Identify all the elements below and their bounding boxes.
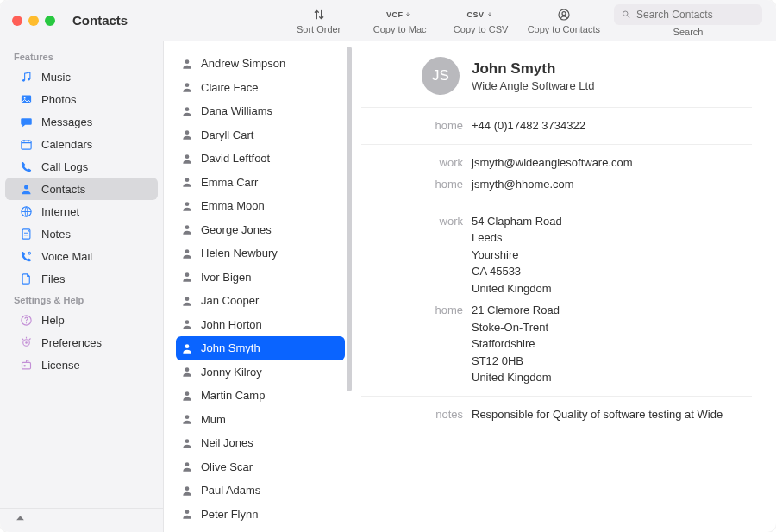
- contact-row-name: Andrew Simpson: [201, 57, 285, 70]
- files-icon: [19, 272, 33, 285]
- field-value-line: United Kingdom: [472, 369, 752, 386]
- contact-row[interactable]: Jonny Kilroy: [176, 360, 345, 385]
- field-row: workjsmyth@wideanglesoftware.com: [361, 152, 752, 174]
- contact-row[interactable]: George Jones: [176, 218, 345, 242]
- field-group: workjsmyth@wideanglesoftware.comhomejsmy…: [361, 144, 752, 203]
- sidebar-item-license[interactable]: License: [5, 354, 158, 376]
- field-value-line: jsmyth@hhome.com: [472, 176, 752, 193]
- sidebar-item-messages[interactable]: Messages: [5, 110, 158, 133]
- copy-to-mac-button[interactable]: VCF Copy to Mac: [366, 0, 435, 41]
- field-label: work: [361, 154, 472, 172]
- search-input[interactable]: [631, 9, 755, 21]
- sidebar-item-label: Help: [41, 314, 65, 327]
- contact-row[interactable]: John Smyth: [176, 336, 345, 360]
- sidebar-item-label: Preferences: [41, 336, 102, 349]
- sidebar-item-music[interactable]: Music: [5, 66, 158, 88]
- sidebar-item-prefs[interactable]: Preferences: [5, 331, 158, 354]
- contact-row[interactable]: Emma Carr: [176, 171, 345, 195]
- field-value-line: ST12 0HB: [472, 353, 752, 370]
- field-value-line: Stoke-On-Trent: [472, 319, 752, 336]
- contact-row[interactable]: Olive Scar: [176, 455, 345, 479]
- sidebar-item-label: Messages: [41, 116, 92, 128]
- sidebar-item-label: Files: [41, 272, 65, 285]
- sidebar-item-calendars[interactable]: Calendars: [5, 133, 158, 155]
- person-icon: [181, 413, 193, 425]
- sidebar-item-notes[interactable]: Notes: [5, 222, 158, 245]
- sidebar-item-label: License: [41, 359, 80, 372]
- minimize-window-button[interactable]: [28, 16, 39, 26]
- sidebar-item-label: Notes: [41, 228, 71, 241]
- close-window-button[interactable]: [12, 16, 22, 26]
- sidebar-item-voicemail[interactable]: Voice Mail: [5, 245, 158, 267]
- field-label: work: [361, 213, 472, 297]
- maximize-window-button[interactable]: [45, 16, 55, 26]
- contact-name: John Smyth: [472, 60, 594, 78]
- contact-row[interactable]: Emma Moon: [176, 194, 345, 218]
- sidebar-item-label: Internet: [41, 205, 79, 218]
- copy-to-csv-label: Copy to CSV: [454, 24, 509, 34]
- contact-row[interactable]: Claire Face: [176, 76, 345, 100]
- person-icon: [181, 508, 193, 520]
- contact-row[interactable]: Martin Camp: [176, 384, 345, 408]
- field-label: notes: [361, 406, 472, 423]
- contact-row[interactable]: Daryll Cart: [176, 123, 345, 147]
- contact-organization: Wide Angle Software Ltd: [472, 79, 594, 92]
- person-icon: [181, 366, 193, 378]
- copy-to-csv-button[interactable]: CSV Copy to CSV: [447, 0, 516, 41]
- search-icon: [621, 9, 631, 20]
- contact-row[interactable]: Helen Newbury: [176, 241, 345, 266]
- field-value-line: CA 45533: [472, 263, 752, 280]
- person-icon: [181, 128, 193, 141]
- eject-icon[interactable]: [14, 513, 27, 529]
- contact-row[interactable]: Dana Williams: [176, 99, 345, 123]
- contact-row[interactable]: Paul Adams: [176, 479, 345, 503]
- svg-point-2: [623, 11, 627, 16]
- contact-row-name: Claire Face: [201, 81, 258, 94]
- sidebar: FeaturesMusicPhotosMessagesCalendarsCall…: [0, 41, 164, 532]
- person-icon: [181, 223, 193, 235]
- sidebar-item-files[interactable]: Files: [5, 267, 158, 290]
- person-icon: [181, 247, 193, 260]
- contact-row[interactable]: Andrew Simpson: [176, 52, 345, 76]
- internet-icon: [19, 204, 33, 218]
- contact-row[interactable]: David Leftfoot: [176, 147, 345, 171]
- contact-row-name: Neil Jones: [201, 436, 253, 449]
- window-controls: [0, 0, 69, 41]
- titlebar: Contacts Sort Order VCF Copy to Mac CSV …: [0, 0, 776, 41]
- contact-row-name: David Leftfoot: [201, 152, 270, 165]
- contact-row[interactable]: Neil Jones: [176, 431, 345, 455]
- sort-order-button[interactable]: Sort Order: [285, 0, 354, 41]
- search-area: Search: [612, 0, 764, 41]
- scrollbar[interactable]: [347, 47, 352, 391]
- contact-list[interactable]: Andrew SimpsonClaire FaceDana WilliamsDa…: [164, 41, 354, 532]
- person-icon: [181, 318, 193, 330]
- contacts-dest-icon: [557, 7, 571, 22]
- contact-row[interactable]: John Horton: [176, 313, 345, 337]
- contact-row-name: John Horton: [201, 318, 262, 331]
- sidebar-item-photos[interactable]: Photos: [5, 88, 158, 110]
- sidebar-item-label: Photos: [41, 93, 76, 106]
- sidebar-item-contacts[interactable]: Contacts: [5, 178, 158, 200]
- person-icon: [181, 485, 193, 497]
- person-icon: [181, 58, 193, 70]
- vcf-icon: VCF: [386, 7, 414, 22]
- search-box[interactable]: [614, 4, 762, 25]
- field-value-line: United Kingdom: [472, 280, 752, 297]
- messages-icon: [19, 115, 33, 128]
- person-icon: [181, 105, 193, 117]
- field-label: home: [361, 302, 472, 386]
- field-value-line: 54 Clapham Road: [472, 213, 752, 230]
- copy-to-contacts-button[interactable]: Copy to Contacts: [528, 0, 600, 41]
- field-row: home21 Clemore RoadStoke-On-TrentStaffor…: [361, 299, 752, 389]
- contact-row[interactable]: Peter Flynn: [176, 503, 345, 527]
- contact-row[interactable]: Jan Cooper: [176, 289, 345, 313]
- sidebar-item-help[interactable]: Help: [5, 309, 158, 331]
- notes-icon: [19, 227, 33, 241]
- contact-row-name: Ivor Bigen: [201, 271, 252, 284]
- contact-row[interactable]: Mum: [176, 408, 345, 432]
- sidebar-item-label: Call Logs: [41, 160, 88, 173]
- contact-row-name: John Smyth: [201, 341, 260, 354]
- sidebar-item-calllogs[interactable]: Call Logs: [5, 155, 158, 178]
- sidebar-item-internet[interactable]: Internet: [5, 200, 158, 222]
- contact-row[interactable]: Ivor Bigen: [176, 266, 345, 290]
